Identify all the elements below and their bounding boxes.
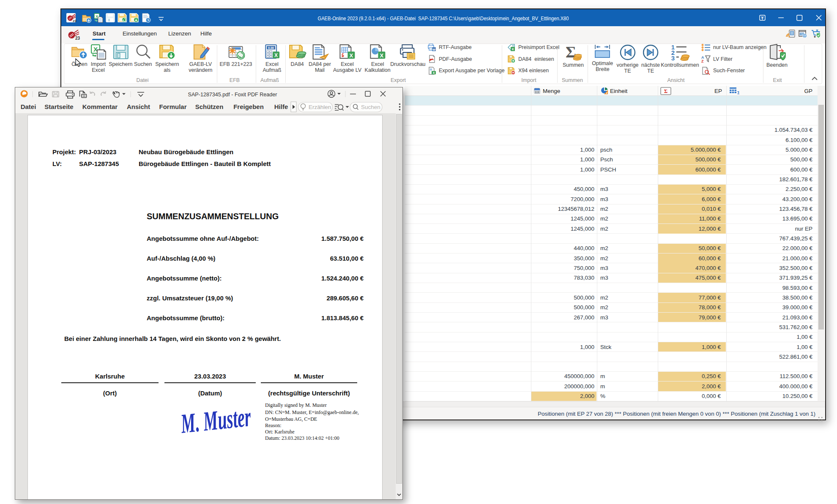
svg-text:W: W — [432, 47, 436, 51]
svg-text:X: X — [274, 52, 278, 58]
svg-text:X: X — [512, 47, 514, 51]
svg-text:Erzählen: Erzählen — [309, 104, 331, 110]
svg-text:Suchen: Suchen — [361, 104, 380, 110]
svg-text:Z: Z — [701, 59, 704, 63]
svg-text:Σ: Σ — [664, 88, 668, 94]
svg-text:Σ: Σ — [737, 90, 739, 95]
svg-text:X: X — [380, 52, 383, 59]
svg-text:3: 3 — [671, 54, 674, 61]
svg-text:X: X — [350, 52, 353, 59]
svg-text:M. Muster: M. Muster — [180, 401, 252, 439]
svg-text:X: X — [433, 71, 435, 74]
svg-text:0.00: 0.00 — [268, 46, 274, 49]
